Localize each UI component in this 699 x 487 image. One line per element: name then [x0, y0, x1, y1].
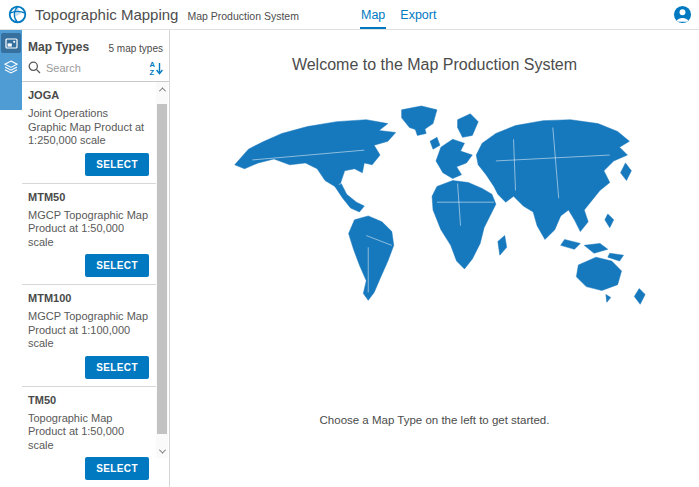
app-subtitle: Map Production System [187, 10, 298, 22]
content-area: Map Types 5 map types A Z [0, 30, 699, 487]
nav-tab-map[interactable]: Map [360, 1, 386, 29]
layers-tool-button[interactable] [1, 57, 21, 77]
select-button[interactable]: SELECT [85, 254, 149, 277]
select-button[interactable]: SELECT [85, 153, 149, 176]
app-window: Topographic Mapping Map Production Syste… [0, 0, 699, 487]
map-type-name: MTM50 [28, 191, 149, 203]
scrollbar-thumb[interactable] [157, 104, 167, 434]
instruction-text: Choose a Map Type on the left to get sta… [170, 414, 699, 426]
search-input[interactable] [46, 62, 147, 74]
map-type-description: Topographic Map Product at 1:50,000 scal… [28, 412, 149, 453]
map-type-item: JOGA Joint Operations Graphic Map Produc… [22, 82, 156, 184]
search-bar: A Z [22, 54, 169, 82]
map-type-name: JOGA [28, 89, 149, 101]
map-type-list: JOGA Joint Operations Graphic Map Produc… [22, 82, 156, 487]
map-type-description: Joint Operations Graphic Map Product at … [28, 107, 149, 148]
map-types-tool-button[interactable] [1, 33, 21, 53]
app-header: Topographic Mapping Map Production Syste… [0, 0, 699, 30]
map-type-description: MGCP Topographic Map Product at 1:50,000… [28, 209, 149, 250]
map-type-actions: SELECT [28, 457, 149, 480]
map-type-name: TM50 [28, 394, 149, 406]
map-type-item: TM50 Topographic Map Product at 1:50,000… [22, 387, 156, 487]
scroll-up-arrow[interactable] [156, 82, 168, 96]
globe-logo-icon [8, 5, 27, 24]
map-type-actions: SELECT [28, 356, 149, 379]
nav-tab-export[interactable]: Export [399, 1, 437, 29]
main-area: Welcome to the Map Production System [170, 30, 699, 487]
panel-header: Map Types 5 map types [22, 30, 169, 54]
sidebar-scrollbar[interactable] [156, 82, 168, 458]
top-nav: Map Export [360, 0, 437, 30]
map-image-icon [5, 37, 18, 50]
map-type-description: MGCP Topographic Map Product at 1:100,00… [28, 310, 149, 351]
panel-title: Map Types [28, 40, 89, 54]
svg-text:Z: Z [149, 68, 154, 76]
scroll-down-arrow[interactable] [156, 444, 168, 458]
map-type-name: MTM100 [28, 292, 149, 304]
select-button[interactable]: SELECT [85, 356, 149, 379]
sort-az-icon: A Z [149, 60, 164, 76]
tool-strip-group [0, 30, 22, 110]
map-type-item: MTM50 MGCP Topographic Map Product at 1:… [22, 184, 156, 286]
account-icon[interactable] [673, 5, 692, 24]
layers-icon [4, 60, 18, 74]
map-type-actions: SELECT [28, 153, 149, 176]
select-button[interactable]: SELECT [85, 457, 149, 480]
welcome-heading: Welcome to the Map Production System [170, 56, 699, 74]
map-types-panel: Map Types 5 map types A Z [22, 30, 170, 487]
world-map [219, 100, 651, 322]
world-map-container [170, 100, 699, 326]
app-title: Topographic Mapping [35, 6, 178, 23]
map-type-count: 5 map types [109, 43, 163, 54]
sort-az-button[interactable]: A Z [147, 59, 165, 77]
search-icon [28, 61, 41, 74]
map-type-actions: SELECT [28, 254, 149, 277]
tool-strip [0, 30, 22, 487]
map-type-item: MTM100 MGCP Topographic Map Product at 1… [22, 285, 156, 387]
